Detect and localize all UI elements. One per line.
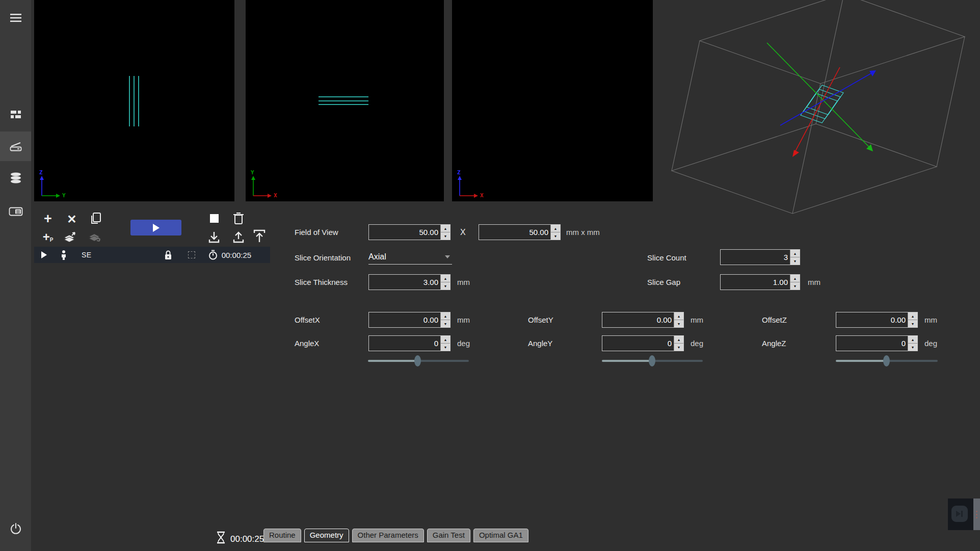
offsetx-input[interactable]: 0.00 ▲▼ xyxy=(368,312,451,328)
widget-handle[interactable] xyxy=(973,498,980,530)
slider-thumb[interactable] xyxy=(883,355,890,366)
spinner-down-icon[interactable]: ▼ xyxy=(908,320,917,327)
remove-button[interactable]: ✕ xyxy=(63,211,81,228)
offsety-input[interactable]: 0.00 ▲▼ xyxy=(602,312,684,328)
offsetz-value: 0.00 xyxy=(836,312,908,327)
offsetz-input[interactable]: 0.00 ▲▼ xyxy=(836,312,918,328)
slice-line xyxy=(319,100,368,101)
slider-track xyxy=(602,360,652,362)
spinner-up-icon[interactable]: ▲ xyxy=(441,275,450,282)
slider-thumb[interactable] xyxy=(414,355,421,366)
spinner-down-icon[interactable]: ▼ xyxy=(441,320,450,327)
offsetx-label: OffsetX xyxy=(295,312,320,328)
anglex-input[interactable]: 0 ▲▼ xyxy=(368,335,451,351)
stop-icon xyxy=(210,214,219,223)
lock-icon[interactable] xyxy=(164,250,172,260)
anglex-unit: deg xyxy=(457,335,470,351)
spinner-up-icon[interactable]: ▲ xyxy=(790,275,800,282)
offsetz-label: OffsetZ xyxy=(762,312,787,328)
sidebar-item-records[interactable] xyxy=(0,197,31,226)
spinner-down-icon[interactable]: ▼ xyxy=(908,344,917,351)
export-layers-button[interactable] xyxy=(86,228,104,246)
slider-track xyxy=(418,360,469,362)
spinner-up-icon[interactable]: ▲ xyxy=(441,336,450,344)
add-sequence-button[interactable]: + xyxy=(39,210,57,227)
offsetx-spinner: ▲▼ xyxy=(440,312,450,327)
spinner-up-icon[interactable]: ▲ xyxy=(674,312,683,320)
slice-gap-unit: mm xyxy=(808,274,820,290)
fov-width-input[interactable]: 50.00 ▲▼ xyxy=(368,224,451,240)
viewport-yx[interactable]: Y X xyxy=(246,0,444,201)
angley-slider[interactable] xyxy=(602,355,703,366)
slice-thickness-unit: mm xyxy=(457,274,470,290)
upload-button[interactable] xyxy=(229,228,248,246)
slice-thickness-input[interactable]: 3.00 ▲▼ xyxy=(368,274,451,290)
run-sequence-button[interactable] xyxy=(130,220,181,235)
plus-p-subscript: P xyxy=(50,237,54,243)
tab-routine[interactable]: Routine xyxy=(263,529,301,542)
spinner-down-icon[interactable]: ▼ xyxy=(551,232,560,240)
tab-gain-test[interactable]: Gain Test xyxy=(427,529,470,542)
spinner-down-icon[interactable]: ▼ xyxy=(790,282,800,290)
slider-track xyxy=(836,360,887,362)
spinner-down-icon[interactable]: ▼ xyxy=(441,282,450,290)
spinner-up-icon[interactable]: ▲ xyxy=(441,225,450,232)
spinner-down-icon[interactable]: ▼ xyxy=(441,232,450,240)
three-d-view[interactable] xyxy=(653,0,980,220)
sequence-duration: 00:00:25 xyxy=(222,251,251,259)
spinner-up-icon[interactable]: ▲ xyxy=(551,225,560,232)
power-button[interactable] xyxy=(0,514,31,543)
spinner-up-icon[interactable]: ▲ xyxy=(908,312,917,320)
sidebar-item-dashboard[interactable] xyxy=(0,100,31,129)
anglez-slider[interactable] xyxy=(836,355,938,366)
slice-count-input[interactable]: 3 ▲▼ xyxy=(720,249,800,265)
stop-button[interactable] xyxy=(205,209,223,227)
sequence-play-icon[interactable] xyxy=(41,251,47,258)
delete-button[interactable] xyxy=(229,209,248,227)
axis-label-horizontal: X xyxy=(274,192,277,199)
upload-icon xyxy=(232,230,245,244)
spinner-up-icon[interactable]: ▲ xyxy=(790,250,800,257)
anglez-input[interactable]: 0 ▲▼ xyxy=(836,335,918,351)
slider-thumb[interactable] xyxy=(649,355,655,366)
viewport-zy[interactable]: Z Y xyxy=(34,0,234,201)
viewport-zx[interactable]: Z X xyxy=(452,0,653,201)
dashboard-icon xyxy=(10,109,22,120)
axis-label-vertical: Z xyxy=(39,169,43,176)
spinner-down-icon[interactable]: ▼ xyxy=(674,344,683,351)
sequence-row[interactable]: SE 00:00:25 xyxy=(34,247,270,263)
slice-line xyxy=(319,104,368,105)
skip-next-icon[interactable] xyxy=(951,506,968,522)
hamburger-menu-button[interactable] xyxy=(0,3,31,33)
spinner-up-icon[interactable]: ▲ xyxy=(908,336,917,344)
copy-icon xyxy=(90,212,102,225)
fov-separator: X xyxy=(460,224,466,240)
spinner-down-icon[interactable]: ▼ xyxy=(441,344,450,351)
sequence-name: SE xyxy=(82,251,92,259)
slice-orientation-select[interactable]: Axial xyxy=(368,249,452,265)
spinner-down-icon[interactable]: ▼ xyxy=(674,320,683,327)
tab-optimal-ga1[interactable]: Optimal GA1 xyxy=(473,529,528,542)
sidebar-item-scanner[interactable] xyxy=(0,132,31,161)
copy-button[interactable] xyxy=(87,210,105,227)
angley-input[interactable]: 0 ▲▼ xyxy=(602,335,684,351)
tab-geometry[interactable]: Geometry xyxy=(304,529,349,542)
slice-line xyxy=(129,76,130,126)
spinner-up-icon[interactable]: ▲ xyxy=(674,336,683,344)
add-point-button[interactable]: +P xyxy=(39,228,57,246)
axis-indicator: Z Y xyxy=(35,170,76,200)
overlay-widget[interactable] xyxy=(948,498,980,530)
tab-other-parameters[interactable]: Other Parameters xyxy=(352,529,424,542)
spinner-up-icon[interactable]: ▲ xyxy=(441,312,450,320)
fov-height-input[interactable]: 50.00 ▲▼ xyxy=(479,224,561,240)
sidebar-item-database[interactable] xyxy=(0,163,31,193)
anglex-slider[interactable] xyxy=(368,355,469,366)
upload-all-button[interactable] xyxy=(250,227,269,245)
slice-gap-input[interactable]: 1.00 ▲▼ xyxy=(720,274,800,290)
spinner-down-icon[interactable]: ▼ xyxy=(790,257,800,265)
selection-box-icon[interactable] xyxy=(188,251,195,258)
offsety-unit: mm xyxy=(691,312,703,328)
save-layers-button[interactable] xyxy=(61,228,79,246)
download-button[interactable] xyxy=(205,228,223,246)
power-icon xyxy=(10,522,22,535)
